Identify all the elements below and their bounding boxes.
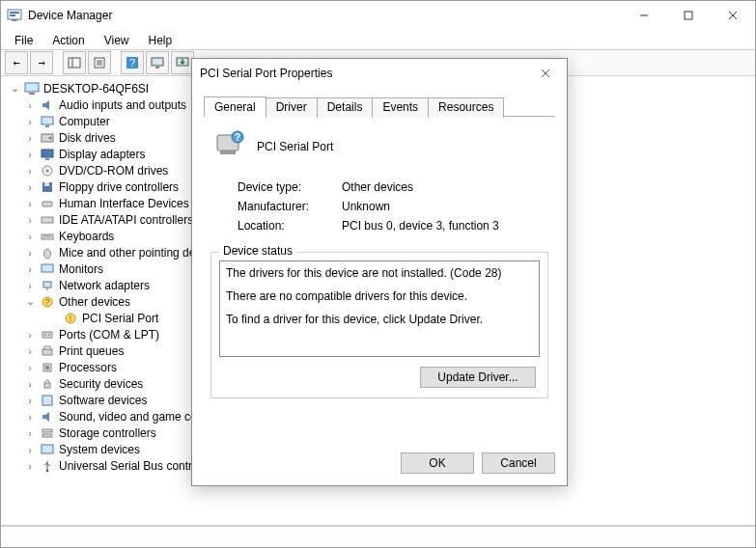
tree-item-label: Computer — [59, 115, 110, 128]
device-status-text[interactable]: The drivers for this device are not inst… — [219, 260, 540, 357]
expand-icon[interactable]: › — [24, 329, 36, 341]
expand-icon[interactable]: › — [24, 280, 36, 291]
expand-icon[interactable]: › — [24, 345, 36, 357]
tab-events[interactable]: Events — [372, 97, 429, 118]
tree-item-label: Ports (COM & LPT) — [59, 328, 159, 342]
expand-icon[interactable]: › — [24, 411, 36, 423]
expand-icon[interactable]: › — [24, 132, 36, 144]
value-location: PCI bus 0, device 3, function 3 — [342, 219, 499, 233]
expand-icon[interactable]: › — [24, 165, 36, 177]
tree-item-label: PCI Serial Port — [82, 312, 158, 325]
device-header: ? PCI Serial Port — [209, 129, 550, 163]
menu-view[interactable]: View — [97, 32, 137, 49]
svg-rect-53 — [42, 434, 52, 437]
back-button[interactable]: ← — [5, 51, 28, 74]
info-manufacturer: Manufacturer: Unknown — [238, 200, 550, 213]
device-manager-icon — [7, 8, 22, 23]
value-device-type: Other devices — [342, 180, 413, 194]
tab-driver[interactable]: Driver — [266, 97, 318, 118]
update-driver-button[interactable]: Update Driver... — [420, 367, 536, 388]
collapse-icon[interactable]: ⌄ — [24, 295, 36, 308]
properties-button[interactable] — [88, 51, 111, 74]
svg-rect-51 — [42, 396, 52, 405]
svg-rect-22 — [45, 125, 49, 127]
scan-button[interactable] — [146, 51, 169, 74]
tree-item-label: Other devices — [59, 295, 130, 309]
tree-item-label: Storage controllers — [59, 426, 156, 440]
help-button[interactable]: ? — [121, 51, 144, 74]
tree-item-label: Network adapters — [59, 279, 150, 292]
tree-item-label: Monitors — [59, 262, 103, 276]
expand-icon[interactable]: › — [24, 378, 36, 390]
info-location: Location: PCI bus 0, device 3, function … — [238, 219, 550, 233]
menu-help[interactable]: Help — [141, 32, 181, 49]
properties-dialog: PCI Serial Port Properties General Drive… — [191, 58, 568, 486]
expand-icon[interactable]: › — [24, 214, 36, 226]
expand-icon[interactable]: › — [24, 263, 36, 275]
expand-icon[interactable]: › — [24, 231, 36, 242]
tree-item-label: IDE ATA/ATAPI controllers — [59, 213, 193, 227]
window-controls — [622, 1, 755, 30]
tabstrip: General Driver Details Events Resources — [204, 96, 555, 117]
forward-button[interactable]: → — [30, 51, 53, 74]
system-icon — [40, 442, 55, 457]
expand-icon[interactable]: › — [24, 198, 36, 209]
info-device-type: Device type: Other devices — [238, 180, 550, 194]
svg-rect-21 — [42, 117, 53, 124]
svg-text:?: ? — [44, 297, 49, 307]
update-icon — [176, 56, 189, 69]
svg-rect-30 — [44, 182, 49, 186]
svg-point-28 — [46, 169, 49, 172]
show-hide-tree-button[interactable] — [63, 51, 86, 74]
label-location: Location: — [238, 219, 342, 233]
svg-rect-31 — [42, 202, 52, 206]
expand-icon[interactable]: › — [24, 247, 36, 259]
dialog-close-button[interactable] — [532, 60, 559, 87]
port-icon — [40, 327, 55, 342]
label-manufacturer: Manufacturer: — [238, 200, 342, 213]
ok-button[interactable]: OK — [401, 452, 474, 474]
expand-icon[interactable]: › — [24, 99, 36, 111]
collapse-icon[interactable]: ⌄ — [9, 82, 20, 95]
expand-icon[interactable]: › — [24, 444, 36, 455]
expand-icon[interactable]: › — [24, 116, 36, 127]
dialog-body: General Driver Details Events Resources … — [192, 88, 567, 441]
close-button[interactable] — [711, 1, 755, 30]
dialog-buttons: OK Cancel — [192, 441, 567, 485]
device-large-icon: ? — [214, 129, 245, 163]
menu-file[interactable]: File — [7, 32, 41, 49]
titlebar: Device Manager — [1, 1, 755, 30]
properties-icon — [93, 56, 106, 69]
svg-rect-26 — [45, 158, 49, 160]
expand-icon[interactable]: › — [24, 181, 36, 193]
expand-icon[interactable]: › — [24, 362, 36, 373]
tab-details[interactable]: Details — [317, 97, 374, 118]
keyboard-icon — [40, 229, 55, 244]
svg-text:?: ? — [235, 132, 240, 143]
svg-rect-54 — [42, 445, 53, 453]
expand-icon[interactable]: › — [24, 427, 36, 439]
svg-rect-1 — [10, 12, 19, 14]
expand-icon[interactable]: › — [24, 460, 36, 472]
cancel-button[interactable]: Cancel — [482, 452, 555, 474]
computer-icon — [24, 81, 40, 96]
device-name: PCI Serial Port — [257, 140, 333, 153]
disk-icon — [40, 130, 55, 146]
arrow-left-icon: ← — [13, 56, 19, 69]
expand-icon[interactable]: › — [24, 395, 36, 406]
dialog-titlebar[interactable]: PCI Serial Port Properties — [192, 59, 567, 88]
status-line: There are no compatible drivers for this… — [226, 288, 533, 304]
tree-item-label: Software devices — [59, 394, 147, 407]
menu-action[interactable]: Action — [44, 32, 92, 49]
maximize-button[interactable] — [666, 1, 711, 30]
tab-resources[interactable]: Resources — [428, 97, 504, 118]
svg-rect-5 — [685, 12, 692, 19]
minimize-button[interactable] — [622, 1, 666, 30]
value-manufacturer: Unknown — [342, 200, 390, 213]
statusbar — [1, 526, 755, 547]
expand-icon[interactable]: › — [24, 149, 36, 160]
tab-general[interactable]: General — [204, 96, 266, 117]
tab-content-general: ? PCI Serial Port Device type: Other dev… — [204, 117, 555, 441]
cpu-icon — [40, 360, 55, 375]
help-icon: ? — [126, 56, 139, 69]
